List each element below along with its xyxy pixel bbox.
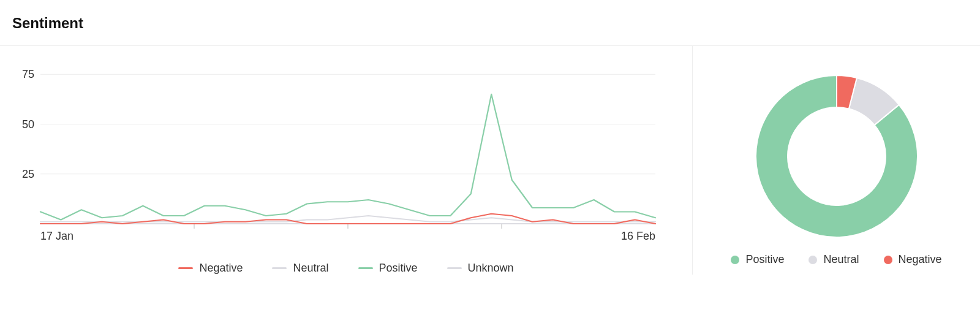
legend-swatch: [447, 267, 462, 269]
legend-label: Positive: [379, 262, 418, 275]
legend-swatch: [809, 256, 817, 264]
legend-item-negative[interactable]: Negative: [178, 262, 243, 275]
legend-label: Neutral: [823, 253, 859, 266]
series-positive: [40, 94, 655, 220]
series-negative: [40, 214, 655, 224]
legend-swatch: [272, 267, 287, 269]
legend-item-positive[interactable]: Positive: [731, 253, 784, 266]
legend-swatch: [731, 256, 739, 264]
legend-item-unknown[interactable]: Unknown: [447, 262, 514, 275]
page-title: Sentiment: [12, 15, 980, 32]
y-tick-label: 50: [22, 118, 34, 131]
legend-item-neutral[interactable]: Neutral: [272, 262, 328, 275]
legend-swatch: [884, 256, 892, 264]
donut-chart-legend: PositiveNeutralNegative: [731, 253, 941, 266]
legend-swatch: [358, 267, 373, 269]
legend-label: Positive: [745, 253, 784, 266]
series-neutral: [40, 216, 655, 222]
legend-swatch: [178, 267, 193, 269]
legend-item-negative[interactable]: Negative: [884, 253, 942, 266]
legend-label: Negative: [199, 262, 243, 275]
legend-label: Negative: [899, 253, 942, 266]
line-chart-legend: NegativeNeutralPositiveUnknown: [12, 262, 680, 275]
x-tick-label: 17 Jan: [40, 230, 74, 242]
legend-label: Neutral: [293, 262, 328, 275]
legend-label: Unknown: [468, 262, 514, 275]
y-tick-label: 75: [22, 68, 34, 80]
y-tick-label: 25: [22, 168, 34, 180]
sentiment-donut-chart: [751, 70, 922, 242]
legend-item-positive[interactable]: Positive: [358, 262, 418, 275]
sentiment-line-chart: 25507517 Jan16 Feb: [12, 58, 662, 248]
legend-item-neutral[interactable]: Neutral: [809, 253, 859, 266]
x-tick-label: 16 Feb: [621, 230, 655, 242]
